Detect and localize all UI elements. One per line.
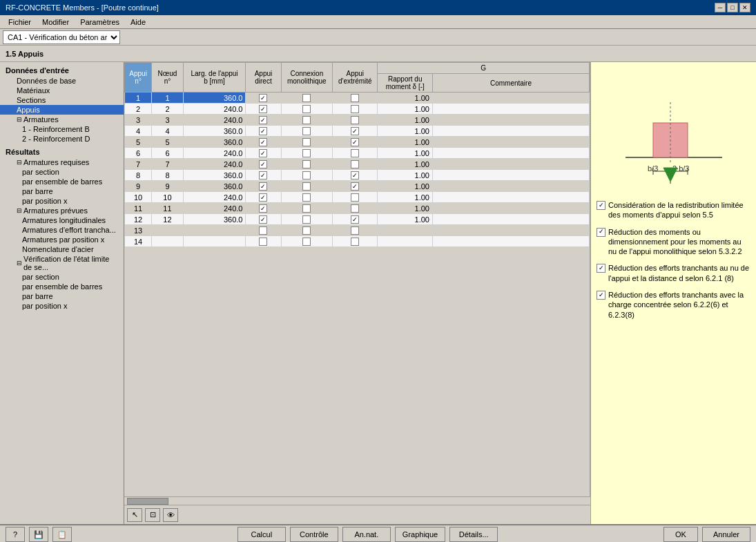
- sidebar-item-nomenclature[interactable]: Nomenclature d'acier: [0, 244, 124, 254]
- cell-mono[interactable]: [281, 93, 333, 104]
- table-row[interactable]: 13: [125, 225, 590, 236]
- sidebar-item-par-position-2[interactable]: par position x: [0, 301, 124, 311]
- table-row[interactable]: 99360.01.00: [125, 181, 590, 192]
- cell-extrem[interactable]: [333, 236, 378, 247]
- cell-extrem[interactable]: [333, 104, 378, 115]
- cell-direct[interactable]: [246, 225, 281, 236]
- save-button[interactable]: 💾: [29, 527, 48, 542]
- horizontal-scrollbar[interactable]: [124, 496, 590, 505]
- annat-button[interactable]: An.nat.: [342, 527, 391, 542]
- menu-parametres[interactable]: Paramètres: [75, 17, 125, 28]
- sidebar-item-materiaux[interactable]: Matériaux: [0, 86, 124, 95]
- cell-mono[interactable]: [281, 159, 333, 170]
- option-3-checkbox[interactable]: [597, 264, 605, 273]
- cell-direct[interactable]: [246, 181, 281, 192]
- option-1-checkbox[interactable]: [597, 201, 605, 210]
- table-row[interactable]: 44360.01.00: [125, 126, 590, 137]
- table-row[interactable]: 22240.01.00: [125, 104, 590, 115]
- controle-button[interactable]: Contrôle: [290, 527, 338, 542]
- sidebar-item-armatures-group[interactable]: ⊟Armatures: [0, 115, 124, 124]
- maximize-button[interactable]: □: [727, 3, 738, 12]
- cell-direct[interactable]: [246, 203, 281, 214]
- cell-mono[interactable]: [281, 137, 333, 148]
- sidebar-item-donnees-base[interactable]: Données de base: [0, 76, 124, 86]
- sidebar-item-appuis[interactable]: Appuis: [0, 105, 124, 115]
- menu-modifier[interactable]: Modifier: [37, 17, 75, 28]
- cell-extrem[interactable]: [333, 126, 378, 137]
- sidebar-item-arm-long[interactable]: Armatures longitudinales: [0, 215, 124, 225]
- table-row[interactable]: 55360.01.00: [125, 137, 590, 148]
- data-table-container[interactable]: Appuin° Nœudn° Larg. de l'appuib [mm] Ap…: [124, 62, 590, 496]
- sidebar-item-par-section-2[interactable]: par section: [0, 272, 124, 282]
- sidebar-item-par-barre-1[interactable]: par barre: [0, 186, 124, 196]
- cell-direct[interactable]: [246, 170, 281, 181]
- sidebar-item-par-position-1[interactable]: par position x: [0, 196, 124, 206]
- cell-extrem[interactable]: [333, 225, 378, 236]
- sidebar-item-arm-requises[interactable]: ⊟Armatures requises: [0, 157, 124, 167]
- view-button[interactable]: 👁: [163, 508, 178, 522]
- menu-fichier[interactable]: Fichier: [3, 17, 37, 28]
- cell-mono[interactable]: [281, 214, 333, 225]
- option-4-checkbox[interactable]: [597, 291, 605, 300]
- cell-mono[interactable]: [281, 236, 333, 247]
- cell-mono[interactable]: [281, 203, 333, 214]
- option-2-checkbox[interactable]: [597, 228, 605, 237]
- table-row[interactable]: 1010240.01.00: [125, 192, 590, 203]
- close-button[interactable]: ✕: [739, 3, 750, 12]
- cell-extrem[interactable]: [333, 203, 378, 214]
- sidebar-item-reinforcement-b[interactable]: 1 - Reinforcement B: [0, 124, 124, 134]
- cell-direct[interactable]: [246, 214, 281, 225]
- minimize-button[interactable]: ─: [715, 3, 726, 12]
- cell-direct[interactable]: [246, 93, 281, 104]
- table-row[interactable]: 11360.01.00: [125, 93, 590, 104]
- cell-extrem[interactable]: [333, 115, 378, 126]
- cell-extrem[interactable]: [333, 159, 378, 170]
- cell-mono[interactable]: [281, 181, 333, 192]
- sidebar-item-par-barre-2[interactable]: par barre: [0, 291, 124, 301]
- sidebar-item-arm-effort[interactable]: Armatures d'effort trancha...: [0, 225, 124, 235]
- sidebar-item-par-ensemble-1[interactable]: par ensemble de barres: [0, 177, 124, 186]
- table-row[interactable]: 1111240.01.00: [125, 203, 590, 214]
- sidebar-item-vef-etat[interactable]: ⊟Vérification de l'état limite de se...: [0, 254, 124, 272]
- cell-mono[interactable]: [281, 192, 333, 203]
- save-as-button[interactable]: 📋: [52, 527, 72, 542]
- sidebar-item-arm-prevues[interactable]: ⊟Armatures prévues: [0, 206, 124, 215]
- table-row[interactable]: 1212360.01.00: [125, 214, 590, 225]
- cell-direct[interactable]: [246, 104, 281, 115]
- table-row[interactable]: 14: [125, 236, 590, 247]
- cell-mono[interactable]: [281, 115, 333, 126]
- cell-direct[interactable]: [246, 115, 281, 126]
- cell-direct[interactable]: [246, 159, 281, 170]
- cell-extrem[interactable]: [333, 214, 378, 225]
- cell-direct[interactable]: [246, 236, 281, 247]
- cell-mono[interactable]: [281, 225, 333, 236]
- table-row[interactable]: 66240.01.00: [125, 148, 590, 159]
- cell-extrem[interactable]: [333, 93, 378, 104]
- cell-direct[interactable]: [246, 192, 281, 203]
- cell-direct[interactable]: [246, 148, 281, 159]
- cell-mono[interactable]: [281, 170, 333, 181]
- cell-extrem[interactable]: [333, 137, 378, 148]
- cell-mono[interactable]: [281, 104, 333, 115]
- graphique-button[interactable]: Graphique: [395, 527, 445, 542]
- menu-aide[interactable]: Aide: [125, 17, 151, 28]
- cell-direct[interactable]: [246, 137, 281, 148]
- ok-button[interactable]: OK: [663, 527, 698, 542]
- cell-mono[interactable]: [281, 126, 333, 137]
- sidebar-item-par-section-1[interactable]: par section: [0, 167, 124, 177]
- cell-extrem[interactable]: [333, 181, 378, 192]
- filter-button[interactable]: ⊡: [145, 508, 160, 522]
- calcul-button[interactable]: Calcul: [238, 527, 286, 542]
- cell-extrem[interactable]: [333, 170, 378, 181]
- cursor-tool-button[interactable]: ↖: [127, 508, 142, 522]
- cell-extrem[interactable]: [333, 148, 378, 159]
- help-button[interactable]: ?: [6, 527, 25, 542]
- sidebar-item-par-ensemble-2[interactable]: par ensemble de barres: [0, 282, 124, 291]
- cell-direct[interactable]: [246, 126, 281, 137]
- table-row[interactable]: 33240.01.00: [125, 115, 590, 126]
- table-row[interactable]: 88360.01.00: [125, 170, 590, 181]
- sidebar-item-sections[interactable]: Sections: [0, 95, 124, 105]
- table-row[interactable]: 77240.01.00: [125, 159, 590, 170]
- sidebar-item-arm-pos[interactable]: Armatures par position x: [0, 235, 124, 244]
- cell-extrem[interactable]: [333, 192, 378, 203]
